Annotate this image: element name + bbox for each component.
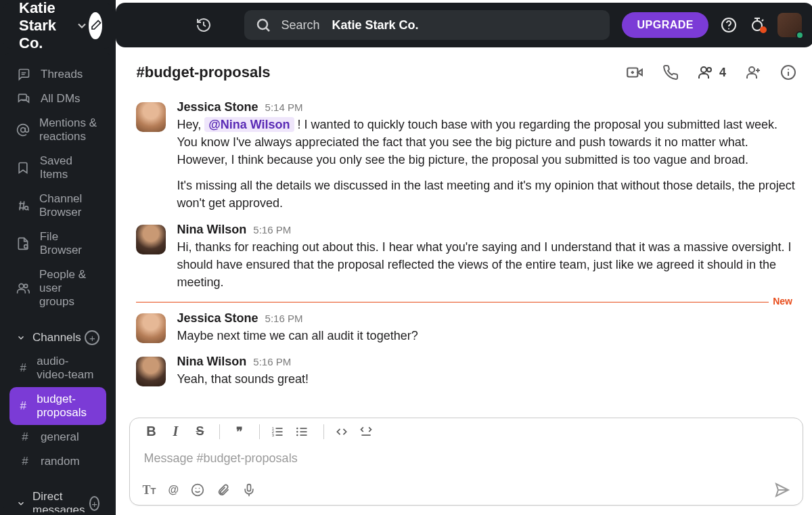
- code-button[interactable]: [335, 425, 353, 439]
- message: Jessica Stone5:14 PM Hey, @Nina Wilson !…: [136, 94, 796, 217]
- avatar[interactable]: [136, 225, 166, 254]
- upgrade-button[interactable]: UPGRADE: [622, 12, 708, 38]
- message-text: Hi, thanks for reaching out about this. …: [177, 238, 796, 291]
- message-time: 5:16 PM: [253, 355, 291, 370]
- hash-icon: #: [19, 430, 31, 444]
- format-toggle-icon[interactable]: TT: [142, 483, 156, 497]
- channel-item-audio-video-team[interactable]: #audio-video-team: [9, 349, 106, 387]
- nav-threads[interactable]: Threads: [9, 62, 106, 87]
- mention-icon[interactable]: @: [168, 484, 179, 496]
- dms-section-header[interactable]: Direct messages +: [9, 483, 106, 512]
- message-author[interactable]: Nina Wilson: [177, 353, 246, 370]
- add-channel-button[interactable]: +: [85, 330, 99, 345]
- channel-header: #budget-proposals 4: [116, 51, 812, 94]
- svg-text:3: 3: [272, 432, 274, 436]
- people-icon: [16, 282, 30, 295]
- channel-label: random: [41, 455, 80, 468]
- bookmark-icon: [16, 161, 30, 175]
- nav-label: Threads: [41, 68, 83, 81]
- phone-icon[interactable]: [662, 64, 679, 81]
- channel-browser-icon: [16, 199, 30, 212]
- svg-point-43: [192, 485, 204, 496]
- channel-title[interactable]: #budget-proposals: [136, 64, 270, 81]
- bullet-list-button[interactable]: [295, 425, 313, 439]
- notifications-icon[interactable]: [749, 17, 765, 33]
- svg-point-40: [297, 430, 299, 432]
- add-person-icon[interactable]: [745, 64, 761, 81]
- message-author[interactable]: Nina Wilson: [177, 221, 246, 238]
- svg-line-6: [23, 201, 24, 210]
- chevron-down-icon: [16, 499, 26, 508]
- hash-icon: #: [19, 455, 31, 468]
- svg-point-39: [297, 427, 299, 429]
- history-icon[interactable]: [196, 17, 212, 33]
- add-video-icon[interactable]: [626, 64, 644, 81]
- channels-section-header[interactable]: Channels +: [9, 323, 106, 349]
- nav-mentions[interactable]: Mentions & reactions: [9, 111, 106, 149]
- message-time: 5:16 PM: [253, 223, 291, 238]
- svg-point-24: [749, 67, 754, 72]
- add-dm-button[interactable]: +: [89, 496, 100, 511]
- quote-button[interactable]: ❞: [231, 424, 248, 439]
- info-icon[interactable]: [780, 64, 796, 81]
- search-input[interactable]: Search Katie Stark Co.: [244, 10, 610, 40]
- svg-point-13: [258, 20, 267, 29]
- channel-item-general[interactable]: #general: [9, 425, 106, 449]
- workspace-header[interactable]: Katie Stark Co.: [3, 3, 113, 49]
- member-count: 4: [719, 66, 726, 80]
- search-prefix: Search: [281, 18, 319, 32]
- top-bar: Search Katie Stark Co. UPGRADE: [116, 3, 812, 47]
- message-text: Yeah, that sounds great!: [177, 370, 796, 388]
- hash-icon: #: [19, 399, 27, 413]
- new-divider: New: [136, 302, 796, 303]
- file-icon: [16, 237, 30, 250]
- message-author[interactable]: Jessica Stone: [177, 309, 258, 327]
- mention[interactable]: @Nina Wilson: [204, 117, 294, 132]
- members-button[interactable]: 4: [698, 64, 726, 81]
- svg-line-5: [20, 201, 21, 210]
- message-author[interactable]: Jessica Stone: [177, 98, 258, 116]
- message-text: Maybe next time we can all audit it toge…: [177, 327, 796, 344]
- attach-icon[interactable]: [217, 483, 230, 497]
- sidebar: Threads All DMs Mentions & reactions Sav…: [3, 53, 113, 512]
- svg-line-14: [267, 28, 270, 32]
- message-list: Jessica Stone5:14 PM Hey, @Nina Wilson !…: [116, 94, 812, 411]
- nav-file-browser[interactable]: File Browser: [9, 225, 106, 263]
- section-label: Direct messages: [32, 490, 89, 512]
- dms-icon: [16, 92, 31, 106]
- channel-item-random[interactable]: #random: [9, 449, 106, 474]
- compose-button[interactable]: [89, 12, 102, 39]
- strike-button[interactable]: S: [191, 424, 208, 439]
- message: Nina Wilson5:16 PM Yeah, that sounds gre…: [136, 349, 796, 392]
- emoji-icon[interactable]: [191, 483, 204, 497]
- nav-channel-browser[interactable]: Channel Browser: [9, 187, 106, 225]
- chevron-down-icon: [16, 333, 26, 342]
- help-icon[interactable]: [721, 17, 737, 33]
- nav-all-dms[interactable]: All DMs: [9, 87, 106, 111]
- svg-point-11: [19, 284, 24, 288]
- message: Jessica Stone5:16 PM Maybe next time we …: [136, 305, 796, 349]
- avatar[interactable]: [136, 313, 166, 343]
- threads-icon: [16, 68, 31, 81]
- user-avatar[interactable]: [777, 13, 802, 37]
- notification-dot-icon: [760, 26, 767, 33]
- svg-point-16: [728, 28, 729, 30]
- avatar[interactable]: [136, 102, 166, 132]
- section-label: Channels: [32, 331, 81, 344]
- composer-input[interactable]: Message #budget-proposals: [130, 443, 803, 478]
- send-button[interactable]: [774, 482, 790, 498]
- bold-button[interactable]: B: [142, 424, 160, 439]
- nav-label: Saved Items: [40, 154, 100, 181]
- italic-button[interactable]: I: [166, 424, 184, 439]
- mic-icon[interactable]: [242, 483, 256, 497]
- channel-item-budget-proposals[interactable]: #budget-proposals: [9, 387, 106, 425]
- message: Nina Wilson5:16 PM Hi, thanks for reachi…: [136, 217, 796, 295]
- nav-people[interactable]: People & user groups: [9, 263, 106, 314]
- nav-label: Channel Browser: [39, 192, 99, 219]
- search-workspace: Katie Stark Co.: [332, 18, 419, 32]
- avatar[interactable]: [136, 357, 166, 386]
- code-block-button[interactable]: [359, 425, 377, 439]
- svg-rect-46: [248, 485, 251, 491]
- nav-saved[interactable]: Saved Items: [9, 149, 106, 187]
- ordered-list-button[interactable]: 123: [271, 425, 288, 439]
